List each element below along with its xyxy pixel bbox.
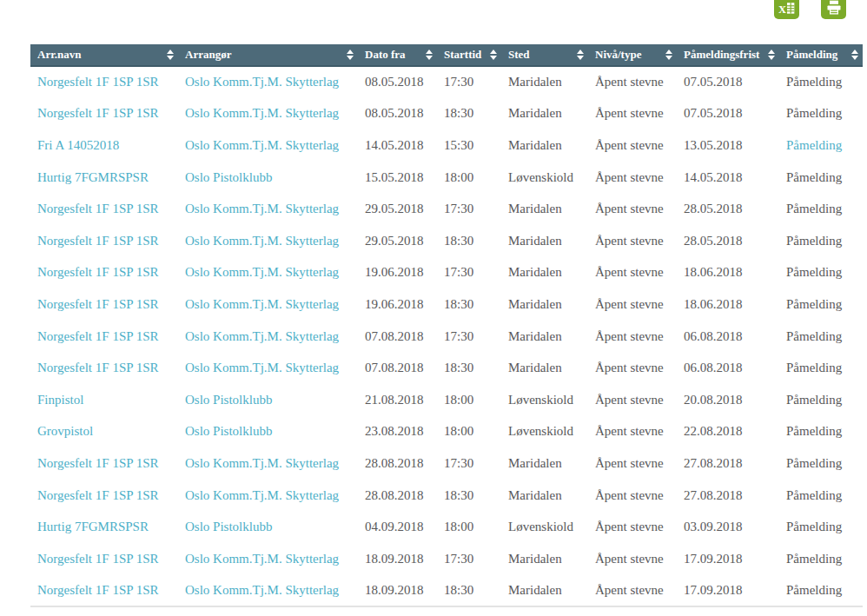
- event-name-link[interactable]: Fri A 14052018: [30, 129, 178, 162]
- column-header-pamelding[interactable]: Påmelding: [779, 44, 863, 66]
- location-cell: Maridalen: [501, 288, 588, 321]
- registration-cell: Påmelding: [779, 257, 863, 289]
- event-name-link[interactable]: Hurtig 7FGMRSPSR: [30, 162, 178, 194]
- sort-icon[interactable]: [167, 50, 174, 60]
- location-cell: Løvenskiold: [501, 384, 588, 416]
- level-type-cell: Åpent stevne: [588, 288, 677, 321]
- column-label: Starttid: [444, 48, 481, 61]
- table-row: Norgesfelt 1F 1SP 1SR Oslo Komm.Tj.M. Sk…: [30, 480, 863, 512]
- level-type-cell: Åpent stevne: [588, 193, 677, 225]
- organizer-link[interactable]: Oslo Komm.Tj.M. Skytterlag: [178, 447, 358, 480]
- registration-deadline-cell: 27.08.2018: [677, 447, 779, 480]
- events-table: Arr.navn Arrangør Dato fra Starttid Sted…: [30, 44, 863, 607]
- event-name-link[interactable]: Norgesfelt 1F 1SP 1SR: [30, 66, 178, 98]
- sort-icon[interactable]: [768, 50, 775, 60]
- location-cell: Maridalen: [501, 98, 588, 130]
- registration-deadline-cell: 17.09.2018: [677, 543, 779, 575]
- location-cell: Maridalen: [501, 447, 588, 480]
- event-name-link[interactable]: Norgesfelt 1F 1SP 1SR: [30, 447, 178, 480]
- table-header-row: Arr.navn Arrangør Dato fra Starttid Sted…: [30, 44, 863, 66]
- event-name-link[interactable]: Norgesfelt 1F 1SP 1SR: [30, 193, 178, 225]
- table-row: Norgesfelt 1F 1SP 1SR Oslo Komm.Tj.M. Sk…: [30, 66, 863, 98]
- column-header-niva-type[interactable]: Nivå/type: [588, 44, 677, 66]
- table-row: Norgesfelt 1F 1SP 1SR Oslo Komm.Tj.M. Sk…: [30, 288, 863, 321]
- registration-cell: Påmelding: [779, 66, 863, 98]
- location-cell: Maridalen: [501, 193, 588, 225]
- organizer-link[interactable]: Oslo Komm.Tj.M. Skytterlag: [178, 480, 358, 512]
- sort-icon[interactable]: [426, 50, 433, 60]
- column-header-dato-fra[interactable]: Dato fra: [358, 44, 437, 66]
- organizer-link[interactable]: Oslo Komm.Tj.M. Skytterlag: [178, 129, 358, 162]
- start-time-cell: 17:30: [437, 257, 501, 289]
- organizer-link[interactable]: Oslo Pistolklubb: [178, 384, 358, 416]
- event-name-link[interactable]: Norgesfelt 1F 1SP 1SR: [30, 225, 178, 257]
- event-name-link[interactable]: Grovpistol: [30, 416, 178, 448]
- event-name-link[interactable]: Norgesfelt 1F 1SP 1SR: [30, 288, 178, 321]
- organizer-link[interactable]: Oslo Komm.Tj.M. Skytterlag: [178, 352, 358, 384]
- event-name-link[interactable]: Hurtig 7FGMRSPSR: [30, 511, 178, 543]
- registration-cell: Påmelding: [779, 480, 863, 512]
- start-time-cell: 17:30: [437, 193, 501, 225]
- column-header-arr-navn[interactable]: Arr.navn: [30, 44, 178, 66]
- level-type-cell: Åpent stevne: [588, 66, 677, 98]
- start-time-cell: 18:00: [437, 384, 501, 416]
- date-from-cell: 29.05.2018: [358, 225, 437, 257]
- column-header-arrangor[interactable]: Arrangør: [178, 44, 358, 66]
- column-header-sted[interactable]: Sted: [501, 44, 588, 66]
- start-time-cell: 18:30: [437, 225, 501, 257]
- event-name-link[interactable]: Norgesfelt 1F 1SP 1SR: [30, 257, 178, 289]
- column-header-pameldingsfrist[interactable]: Påmeldingsfrist: [677, 44, 779, 66]
- organizer-link[interactable]: Oslo Pistolklubb: [178, 511, 358, 543]
- date-from-cell: 28.08.2018: [358, 480, 437, 512]
- organizer-link[interactable]: Oslo Pistolklubb: [178, 162, 358, 194]
- organizer-link[interactable]: Oslo Komm.Tj.M. Skytterlag: [178, 575, 358, 607]
- column-label: Sted: [508, 48, 530, 61]
- organizer-link[interactable]: Oslo Pistolklubb: [178, 416, 358, 448]
- organizer-link[interactable]: Oslo Komm.Tj.M. Skytterlag: [178, 98, 358, 130]
- location-cell: Maridalen: [501, 480, 588, 512]
- export-excel-button[interactable]: X: [774, 0, 799, 19]
- organizer-link[interactable]: Oslo Komm.Tj.M. Skytterlag: [178, 257, 358, 289]
- registration-cell: Påmelding: [779, 162, 863, 194]
- sort-icon[interactable]: [577, 50, 584, 60]
- event-name-link[interactable]: Norgesfelt 1F 1SP 1SR: [30, 575, 178, 607]
- column-label: Nivå/type: [595, 48, 641, 61]
- event-name-link[interactable]: Norgesfelt 1F 1SP 1SR: [30, 98, 178, 130]
- sort-icon[interactable]: [851, 50, 858, 60]
- sort-icon[interactable]: [490, 50, 497, 60]
- table-row: Norgesfelt 1F 1SP 1SR Oslo Komm.Tj.M. Sk…: [30, 447, 863, 480]
- registration-deadline-cell: 18.06.2018: [677, 257, 779, 289]
- registration-cell: Påmelding: [779, 511, 863, 543]
- registration-deadline-cell: 03.09.2018: [677, 511, 779, 543]
- level-type-cell: Åpent stevne: [588, 257, 677, 289]
- column-header-starttid[interactable]: Starttid: [437, 44, 501, 66]
- organizer-link[interactable]: Oslo Komm.Tj.M. Skytterlag: [178, 321, 358, 353]
- registration-cell: Påmelding: [779, 384, 863, 416]
- organizer-link[interactable]: Oslo Komm.Tj.M. Skytterlag: [178, 66, 358, 98]
- event-name-link[interactable]: Norgesfelt 1F 1SP 1SR: [30, 321, 178, 353]
- event-name-link[interactable]: Norgesfelt 1F 1SP 1SR: [30, 480, 178, 512]
- table-row: Finpistol Oslo Pistolklubb 21.08.2018 18…: [30, 384, 863, 416]
- organizer-link[interactable]: Oslo Komm.Tj.M. Skytterlag: [178, 288, 358, 321]
- organizer-link[interactable]: Oslo Komm.Tj.M. Skytterlag: [178, 543, 358, 575]
- event-name-link[interactable]: Norgesfelt 1F 1SP 1SR: [30, 543, 178, 575]
- excel-icon: X: [778, 0, 796, 17]
- location-cell: Maridalen: [501, 321, 588, 353]
- date-from-cell: 28.08.2018: [358, 447, 437, 480]
- start-time-cell: 15:30: [437, 129, 501, 162]
- table-row: Grovpistol Oslo Pistolklubb 23.08.2018 1…: [30, 416, 863, 448]
- event-name-link[interactable]: Finpistol: [30, 384, 178, 416]
- print-button[interactable]: [821, 0, 846, 19]
- sort-icon[interactable]: [347, 50, 354, 60]
- registration-link[interactable]: Påmelding: [779, 129, 863, 162]
- date-from-cell: 23.08.2018: [358, 416, 437, 448]
- table-row: Norgesfelt 1F 1SP 1SR Oslo Komm.Tj.M. Sk…: [30, 352, 863, 384]
- table-row: Hurtig 7FGMRSPSR Oslo Pistolklubb 04.09.…: [30, 511, 863, 543]
- printer-icon: [825, 0, 843, 17]
- event-name-link[interactable]: Norgesfelt 1F 1SP 1SR: [30, 352, 178, 384]
- registration-cell: Påmelding: [779, 288, 863, 321]
- organizer-link[interactable]: Oslo Komm.Tj.M. Skytterlag: [178, 225, 358, 257]
- sort-icon[interactable]: [665, 50, 672, 60]
- registration-cell: Påmelding: [779, 321, 863, 353]
- organizer-link[interactable]: Oslo Komm.Tj.M. Skytterlag: [178, 193, 358, 225]
